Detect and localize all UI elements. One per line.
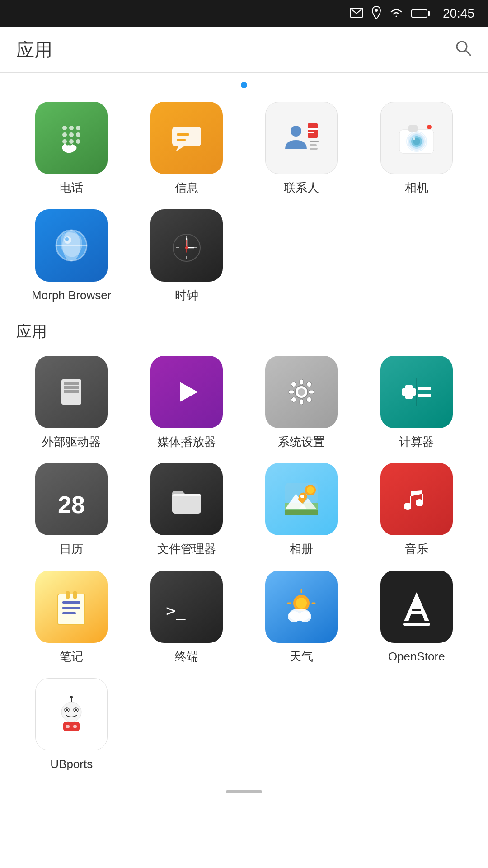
svg-point-11: [69, 139, 74, 144]
svg-rect-82: [62, 612, 76, 614]
svg-point-55: [298, 388, 305, 396]
wifi-icon: [389, 7, 403, 20]
svg-rect-80: [62, 601, 80, 604]
svg-point-4: [62, 126, 67, 130]
calendar-label: 日历: [60, 542, 83, 557]
gallery-icon-bg: [265, 463, 338, 535]
svg-rect-59: [309, 390, 314, 394]
app-phone[interactable]: 电话: [16, 102, 127, 196]
svg-rect-31: [408, 125, 418, 132]
app-message[interactable]: 信息: [131, 102, 242, 196]
app-media[interactable]: 媒体播放器: [131, 356, 242, 450]
svg-rect-13: [172, 127, 201, 146]
phone-label: 电话: [60, 180, 83, 196]
svg-rect-65: [405, 385, 413, 399]
app-contacts[interactable]: 联系人: [246, 102, 357, 196]
app-calc[interactable]: 计算器: [361, 356, 472, 450]
contacts-label: 联系人: [284, 180, 319, 196]
app-weather[interactable]: 天气: [246, 571, 357, 665]
bottom-bar: [0, 781, 488, 797]
contacts-icon-bg: [265, 102, 338, 174]
svg-point-103: [70, 696, 73, 698]
notes-label: 笔记: [60, 649, 83, 665]
app-files[interactable]: 文件管理器: [131, 463, 242, 557]
settings-icon-bg: [265, 356, 338, 428]
phone-icon: [35, 102, 108, 174]
music-icon-bg: [380, 463, 453, 535]
calendar-icon-bg: 28: [35, 463, 108, 535]
weather-icon-bg: [265, 571, 338, 643]
svg-point-97: [61, 702, 81, 722]
media-icon-bg: [150, 356, 223, 428]
svg-text:>_: >_: [166, 601, 186, 620]
openstore-label: OpenStore: [388, 649, 445, 665]
page-indicator: [0, 73, 488, 93]
svg-rect-84: [73, 591, 77, 599]
clock-icon-bg: [150, 209, 223, 282]
drive-label: 外部驱动器: [42, 434, 101, 450]
svg-line-3: [465, 50, 470, 55]
svg-point-7: [62, 132, 67, 137]
bottom-handle[interactable]: [226, 790, 262, 793]
svg-rect-79: [58, 594, 85, 625]
app-notes[interactable]: 笔记: [16, 571, 127, 665]
location-icon: [371, 6, 381, 21]
svg-point-12: [76, 139, 80, 144]
svg-text:28: 28: [58, 491, 85, 518]
app-ubports[interactable]: UBports: [16, 678, 127, 772]
svg-rect-57: [300, 399, 303, 405]
svg-point-10: [62, 139, 67, 144]
app-music[interactable]: 音乐: [361, 463, 472, 557]
media-label: 媒体播放器: [157, 434, 216, 450]
svg-point-87: [296, 598, 307, 609]
app-camera[interactable]: 相机: [361, 102, 472, 196]
app-drive[interactable]: 外部驱动器: [16, 356, 127, 450]
svg-rect-66: [418, 387, 431, 390]
pinned-apps-grid: 电话 信息: [16, 102, 472, 303]
svg-rect-96: [403, 623, 430, 626]
svg-point-101: [75, 708, 77, 711]
svg-point-93: [288, 611, 300, 622]
svg-rect-15: [177, 139, 186, 141]
header: 应用: [0, 27, 488, 72]
weather-label: 天气: [290, 649, 313, 665]
openstore-icon-bg: [380, 571, 453, 643]
app-browser[interactable]: Morph Browser: [16, 209, 127, 303]
svg-point-1: [375, 9, 378, 12]
app-calendar[interactable]: 28 日历: [16, 463, 127, 557]
svg-rect-104: [63, 722, 80, 731]
svg-rect-22: [310, 144, 317, 146]
clock-label: 时钟: [175, 288, 198, 303]
app-settings[interactable]: 系统设置: [246, 356, 357, 450]
search-button[interactable]: [455, 39, 472, 61]
app-gallery[interactable]: 相册: [246, 463, 357, 557]
svg-rect-21: [310, 141, 319, 142]
svg-rect-52: [64, 390, 79, 393]
files-label: 文件管理器: [157, 542, 216, 557]
calc-icon-bg: [380, 356, 453, 428]
ubports-icon-bg: [35, 678, 108, 750]
app-terminal[interactable]: >_ 终端: [131, 571, 242, 665]
notes-icon-bg: [35, 571, 108, 643]
page-title: 应用: [16, 38, 52, 62]
pinned-apps-section: 电话 信息: [0, 93, 488, 303]
battery-icon: [411, 9, 430, 18]
app-openstore[interactable]: OpenStore: [361, 571, 472, 665]
svg-point-9: [76, 132, 80, 137]
svg-point-6: [76, 126, 80, 130]
svg-point-8: [69, 132, 74, 137]
svg-rect-56: [300, 379, 303, 385]
message-label: 信息: [175, 180, 198, 196]
apps-section: 外部驱动器 媒体播放器: [0, 347, 488, 772]
svg-point-48: [185, 246, 188, 249]
svg-rect-83: [66, 591, 70, 599]
app-clock[interactable]: 时钟: [131, 209, 242, 303]
svg-point-30: [413, 137, 415, 140]
files-icon-bg: [150, 463, 223, 535]
svg-rect-18: [308, 123, 318, 138]
svg-point-38: [65, 237, 69, 241]
svg-rect-20: [308, 132, 314, 133]
drive-icon-bg: [35, 356, 108, 428]
calc-label: 计算器: [399, 434, 434, 450]
camera-label: 相机: [405, 180, 428, 196]
